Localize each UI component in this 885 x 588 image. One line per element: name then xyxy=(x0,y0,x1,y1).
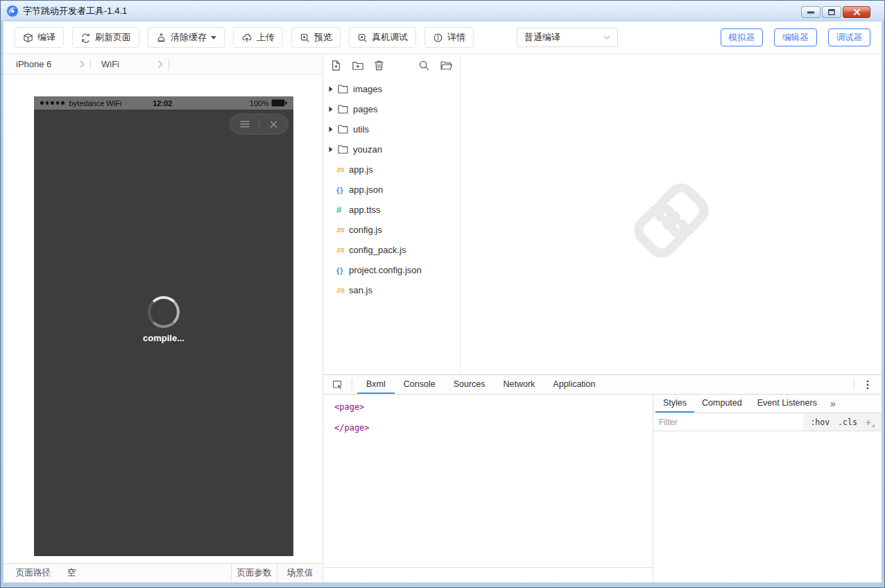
js-file-icon: JS xyxy=(336,166,349,173)
expand-triangle-icon[interactable] xyxy=(329,146,333,153)
app-surface: 编译 刷新页面 清除缓存 xyxy=(3,21,882,582)
code-line[interactable]: </page> xyxy=(334,420,653,441)
simulator-toggle-button[interactable]: 模拟器 xyxy=(721,28,764,46)
new-file-icon[interactable] xyxy=(330,60,342,71)
simulator-panel: iPhone 6 WiFi bytedance WiFi xyxy=(3,54,323,582)
close-button[interactable] xyxy=(843,6,870,18)
qr-debug-icon xyxy=(357,33,368,43)
tree-folder-images[interactable]: images xyxy=(323,79,460,99)
tree-file-config-pack-js[interactable]: JS config_pack.js xyxy=(323,240,460,260)
toggle-element-class-button[interactable]: .cls xyxy=(838,417,857,427)
tree-file-app-json[interactable]: {} app.json xyxy=(323,180,460,200)
tree-folder-pages[interactable]: pages xyxy=(323,99,460,119)
close-icon xyxy=(270,121,277,128)
capsule-menu-button[interactable] xyxy=(230,121,259,128)
editor-canvas xyxy=(461,54,882,374)
battery-percent-label: 100% xyxy=(250,99,269,107)
page-params-button[interactable]: 页面参数 xyxy=(231,564,277,582)
devtools-tab-console[interactable]: Console xyxy=(395,375,445,394)
tree-folder-youzan[interactable]: youzan xyxy=(323,139,460,159)
ttss-file-icon: # xyxy=(336,205,349,215)
compile-button[interactable]: 编译 xyxy=(15,27,64,48)
file-explorer-toolbar xyxy=(323,54,460,77)
capsule-close-button[interactable] xyxy=(259,121,288,128)
tree-folder-utils[interactable]: utils xyxy=(323,119,460,139)
tree-file-san-js[interactable]: JS san.js xyxy=(323,280,460,300)
battery-group: 100% xyxy=(250,99,287,107)
app-logo-icon xyxy=(6,5,19,17)
open-folder-icon[interactable] xyxy=(440,60,453,71)
inspect-element-button[interactable] xyxy=(329,375,347,394)
chevron-down-icon xyxy=(603,35,610,40)
expand-triangle-icon[interactable] xyxy=(329,86,333,92)
styles-tab-event-listeners[interactable]: Event Listeners xyxy=(750,395,825,413)
app-window: 字节跳动开发者工具-1.4.1 编译 xyxy=(0,0,885,588)
upload-button[interactable]: 上传 xyxy=(233,27,283,48)
file-name: app.ttss xyxy=(349,205,381,215)
folder-name: youzan xyxy=(353,144,382,155)
divider xyxy=(169,59,169,69)
devtools-tab-application[interactable]: Application xyxy=(544,375,604,394)
main-area: iPhone 6 WiFi bytedance WiFi xyxy=(3,54,882,582)
network-select[interactable]: WiFi xyxy=(91,54,169,74)
search-icon[interactable] xyxy=(418,60,430,71)
status-cells: 页面参数 场景值 xyxy=(231,564,323,582)
styles-tab-styles[interactable]: Styles xyxy=(655,395,694,413)
devtools-tab-sources[interactable]: Sources xyxy=(445,375,495,394)
json-file-icon: {} xyxy=(336,186,349,194)
expand-triangle-icon[interactable] xyxy=(329,126,333,132)
expand-triangle-icon[interactable] xyxy=(329,106,333,112)
devtools-tab-network[interactable]: Network xyxy=(495,375,544,394)
file-name: app.json xyxy=(349,184,383,195)
tree-file-config-js[interactable]: JS config.js xyxy=(323,220,460,240)
file-name: config_pack.js xyxy=(349,245,406,255)
divider xyxy=(854,379,854,390)
folder-icon xyxy=(338,85,348,94)
devtools-body: <page> </page> Styles Computed Event Lis… xyxy=(323,395,882,582)
phone-screen: bytedance WiFi 12:02 100% xyxy=(34,96,293,556)
devtools-tab-bxml[interactable]: Bxml xyxy=(357,375,395,394)
refresh-page-button[interactable]: 刷新页面 xyxy=(72,27,139,48)
js-file-icon: JS xyxy=(336,286,349,294)
styles-tab-computed[interactable]: Computed xyxy=(694,395,750,413)
file-name: config.js xyxy=(349,225,382,235)
code-line[interactable]: <page> xyxy=(334,399,653,420)
compile-mode-select[interactable]: 普通编译 xyxy=(517,28,618,47)
delete-trash-icon[interactable] xyxy=(374,60,384,71)
preview-button[interactable]: 预览 xyxy=(291,27,341,48)
js-file-icon: JS xyxy=(336,246,349,254)
kebab-menu-icon xyxy=(866,380,869,390)
device-debug-button-label: 真机调试 xyxy=(372,31,408,44)
devtool-logo-watermark-icon xyxy=(630,179,713,262)
file-name: san.js xyxy=(349,285,372,295)
page-path-label: 页面路径 xyxy=(16,567,51,579)
divider xyxy=(352,379,352,390)
editor-toggle-button[interactable]: 编辑器 xyxy=(774,28,817,46)
tree-file-app-js[interactable]: JS app.js xyxy=(323,159,460,180)
tree-file-app-ttss[interactable]: # app.ttss xyxy=(323,200,460,220)
minimize-icon xyxy=(807,11,814,14)
new-folder-icon[interactable] xyxy=(352,60,364,71)
styles-filter-input[interactable] xyxy=(653,413,803,431)
new-style-rule-button[interactable]: + xyxy=(866,417,875,428)
details-button[interactable]: 详情 xyxy=(424,27,474,48)
debugger-toggle-label: 调试器 xyxy=(836,32,863,44)
scene-value-button[interactable]: 场景值 xyxy=(277,564,323,582)
maximize-button[interactable] xyxy=(822,6,841,18)
debugger-toggle-button[interactable]: 调试器 xyxy=(828,28,871,46)
devtools-panel: Bxml Console Sources Network Application xyxy=(323,374,882,582)
maximize-icon xyxy=(828,9,835,15)
device-select[interactable]: iPhone 6 xyxy=(3,54,90,74)
tree-file-project-config-json[interactable]: {} project.config.json xyxy=(323,260,460,280)
file-explorer: images pages utils xyxy=(323,54,461,374)
miniapp-capsule xyxy=(230,114,289,135)
elements-tree[interactable]: <page> </page> xyxy=(323,395,653,582)
clear-cache-button[interactable]: 清除缓存 xyxy=(148,27,225,48)
more-tabs-button[interactable]: » xyxy=(825,395,841,413)
chevron-right-icon xyxy=(158,60,163,68)
device-debug-button[interactable]: 真机调试 xyxy=(349,27,416,48)
minimize-button[interactable] xyxy=(801,6,820,18)
toggle-hover-state-button[interactable]: :hov xyxy=(810,417,830,427)
devtools-menu-button[interactable] xyxy=(859,375,876,394)
phone-status-bar: bytedance WiFi 12:02 100% xyxy=(34,96,293,110)
